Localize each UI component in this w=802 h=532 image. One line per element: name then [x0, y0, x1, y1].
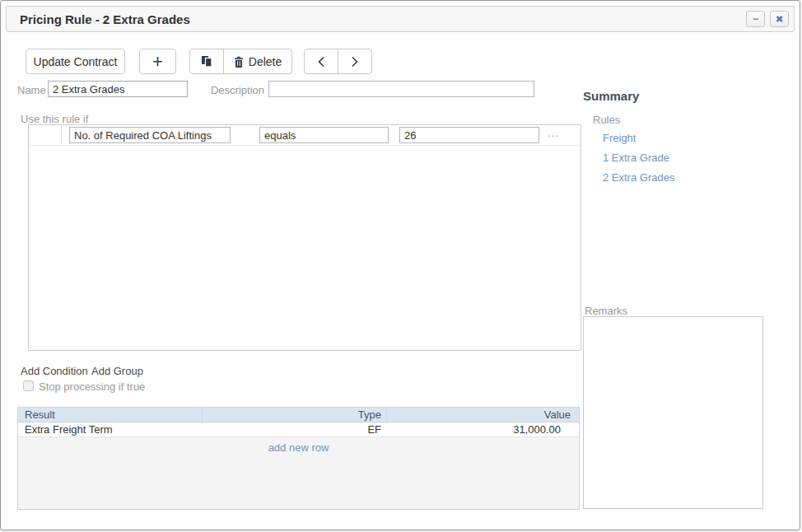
next-rule-button[interactable] — [338, 49, 371, 73]
condition-row: ... — [29, 125, 581, 146]
type-cell[interactable]: EF — [203, 422, 387, 436]
window-title: Pricing Rule - 2 Extra Grades — [20, 12, 746, 26]
results-table: Result Type Value Extra Freight Term EF … — [17, 407, 580, 510]
copy-button[interactable] — [190, 49, 223, 73]
rule-link-freight[interactable]: Freight — [603, 132, 636, 144]
table-row[interactable]: Extra Freight Term EF 31,000.00 — [18, 422, 579, 437]
update-contract-button[interactable]: Update Contract — [26, 49, 125, 74]
chevron-left-icon — [317, 56, 325, 68]
column-header-type[interactable]: Type — [203, 408, 387, 422]
condition-operator-input[interactable] — [259, 127, 389, 143]
chevron-right-icon — [351, 56, 359, 68]
close-button[interactable]: ✖ — [770, 11, 789, 27]
pricing-rule-window: Pricing Rule - 2 Extra Grades − ✖ Update… — [0, 0, 800, 530]
prev-next-button-group — [304, 49, 372, 74]
description-input[interactable] — [268, 81, 534, 97]
delete-button-label: Delete — [249, 55, 282, 68]
remarks-textarea[interactable] — [583, 316, 763, 509]
minimize-button[interactable]: − — [746, 11, 765, 27]
use-this-rule-if-label: Use this rule if — [21, 113, 88, 125]
stop-processing-checkbox[interactable] — [23, 380, 34, 391]
copy-icon — [201, 55, 212, 68]
plus-icon: + — [152, 53, 163, 71]
column-header-value[interactable]: Value — [387, 408, 579, 422]
stop-processing-label: Stop processing if true — [39, 380, 145, 393]
results-table-header: Result Type Value — [18, 408, 579, 422]
previous-rule-button[interactable] — [305, 49, 338, 73]
column-header-result[interactable]: Result — [18, 408, 203, 422]
title-bar: Pricing Rule - 2 Extra Grades − ✖ — [6, 6, 795, 32]
rules-label: Rules — [593, 114, 620, 126]
description-label: Description — [198, 84, 264, 96]
remarks-label: Remarks — [585, 305, 627, 317]
summary-heading: Summary — [583, 89, 639, 103]
add-group-link[interactable]: Add Group — [91, 365, 143, 377]
condition-builder: ... — [28, 124, 581, 351]
condition-field-input[interactable] — [69, 127, 231, 143]
delete-button[interactable]: Delete — [223, 49, 291, 73]
value-cell[interactable]: 31,000.00 — [387, 422, 579, 436]
result-cell[interactable]: Extra Freight Term — [18, 422, 203, 436]
condition-more-button[interactable]: ... — [541, 127, 566, 143]
add-condition-link[interactable]: Add Condition — [21, 365, 88, 377]
rule-link-2-extra-grades[interactable]: 2 Extra Grades — [603, 171, 674, 184]
add-new-row-link[interactable]: add new row — [18, 441, 579, 454]
rule-link-1-extra-grade[interactable]: 1 Extra Grade — [603, 152, 669, 164]
name-label: Name — [17, 84, 45, 96]
trash-icon — [234, 56, 244, 68]
condition-row-gutter[interactable] — [29, 125, 62, 146]
add-rule-button[interactable]: + — [139, 49, 176, 74]
condition-value-input[interactable] — [399, 127, 539, 143]
copy-delete-button-group: Delete — [189, 49, 292, 74]
name-input[interactable] — [48, 81, 188, 97]
